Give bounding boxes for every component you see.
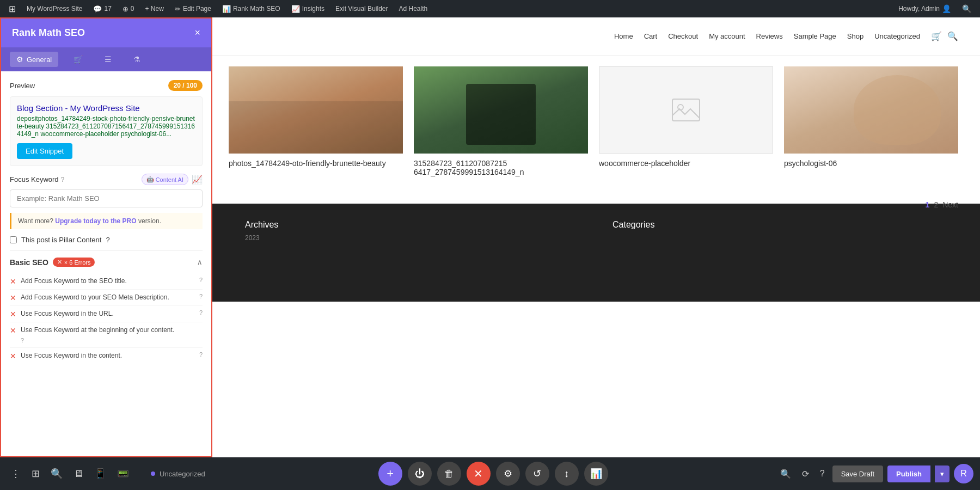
howdy-admin[interactable]: Howdy, Admin 👤: [894, 4, 955, 13]
page-next[interactable]: Next: [942, 200, 958, 209]
content-ai-button[interactable]: 🤖 Content AI: [142, 174, 188, 185]
error-icon: ✕: [10, 293, 16, 302]
tab-schema[interactable]: ☰: [98, 52, 118, 67]
edit-page[interactable]: ✏ Edit Page: [170, 0, 216, 17]
toolbar-menu-button[interactable]: ⋮: [7, 463, 25, 484]
check-item: ✕ Use Focus Keyword at the beginning of …: [10, 322, 203, 348]
pillar-help-icon[interactable]: ?: [106, 236, 109, 244]
social-icon: 🛒: [74, 55, 83, 64]
fab-trash-button[interactable]: 🗑: [437, 462, 461, 486]
nav-uncategorized[interactable]: Uncategorized: [874, 32, 920, 40]
error-icon: ✕: [10, 352, 16, 360]
rank-math-fab-button[interactable]: R: [954, 464, 973, 483]
search-nav-icon[interactable]: 🔍: [947, 31, 958, 41]
nav-shop[interactable]: Shop: [847, 32, 863, 40]
edit-snippet-button[interactable]: Edit Snippet: [17, 143, 72, 159]
cart-icon[interactable]: 🛒: [931, 31, 942, 41]
fab-settings-button[interactable]: ⚙: [496, 462, 520, 486]
nav-checkout[interactable]: Checkout: [668, 32, 698, 40]
blog-card-title: 315284723_611207087215 6417_278745999151…: [414, 154, 588, 179]
toolbar-right: 🔍 ⟳ ? Save Draft Publish ▾ R: [770, 464, 980, 483]
check-help-icon[interactable]: ?: [199, 293, 203, 299]
upgrade-notice: Want more? Upgrade today to the PRO vers…: [10, 213, 203, 229]
nav-sample-page[interactable]: Sample Page: [794, 32, 836, 40]
publish-button[interactable]: Publish: [887, 465, 930, 482]
blog-card: woocommerce-placeholder: [599, 66, 773, 179]
search-admin[interactable]: 🔍: [958, 4, 976, 13]
rank-math-tabs: ⚙ General 🛒 ☰ ⚗: [1, 47, 211, 71]
fab-chart-button[interactable]: 📊: [584, 462, 608, 486]
nav-reviews[interactable]: Reviews: [756, 32, 783, 40]
focus-keyword-input[interactable]: [10, 189, 203, 207]
focus-keyword-help-icon[interactable]: ?: [61, 176, 65, 183]
rank-math-body: Preview 20 / 100 Blog Section - My WordP…: [1, 71, 211, 456]
check-item: ✕ Add Focus Keyword to your SEO Meta Des…: [10, 290, 203, 306]
check-help-icon[interactable]: ?: [199, 277, 203, 283]
toolbar-search-button[interactable]: 🔍: [46, 463, 67, 484]
check-text: Use Focus Keyword at the beginning of yo…: [21, 326, 203, 335]
nav-cart[interactable]: Cart: [644, 32, 658, 40]
check-item: ✕ Add Focus Keyword to the SEO title. ?: [10, 273, 203, 290]
preview-label: Preview: [10, 82, 35, 90]
rank-math-panel: Rank Math SEO × ⚙ General 🛒 ☰ ⚗ Preview …: [0, 17, 212, 457]
comments-count[interactable]: 💬 17: [89, 0, 115, 17]
insights[interactable]: 📈 Insights: [287, 0, 329, 17]
uncategorized-section: Uncategorized: [140, 470, 216, 478]
nav-icons: 🛒 🔍: [931, 31, 958, 41]
toolbar-grid-button[interactable]: ⊞: [27, 463, 44, 484]
tab-social[interactable]: 🛒: [67, 52, 89, 67]
publish-dropdown-button[interactable]: ▾: [935, 465, 950, 482]
error-icon: ✕: [10, 326, 16, 335]
fab-close-button[interactable]: ✕: [467, 462, 491, 486]
fab-add-button[interactable]: +: [378, 462, 402, 486]
toolbar-zoom-button[interactable]: 🔍: [777, 465, 794, 482]
toolbar-center: + ⏻ 🗑 ✕ ⚙ ↺ ↕ 📊: [216, 462, 770, 486]
check-help-icon[interactable]: ?: [199, 351, 203, 358]
nav-my-account[interactable]: My account: [709, 32, 745, 40]
fab-power-button[interactable]: ⏻: [408, 462, 432, 486]
site-name[interactable]: My WordPress Site: [22, 0, 87, 17]
rank-math-close-button[interactable]: ×: [194, 27, 200, 39]
rank-math-header: Rank Math SEO ×: [1, 19, 211, 47]
new-content[interactable]: + New: [141, 0, 168, 17]
updates-count[interactable]: ⊕ 0: [118, 0, 139, 17]
page-1[interactable]: 1: [926, 200, 930, 209]
seo-score-badge: 20 / 100: [168, 80, 203, 91]
blog-card: psychologist-06: [784, 66, 958, 179]
collapse-icon[interactable]: ∧: [197, 258, 203, 266]
rank-math-admin[interactable]: 📊 Rank Math SEO: [218, 0, 285, 17]
footer-archives-date: 2023: [245, 234, 591, 242]
footer-archives-title: Archives: [245, 220, 591, 230]
exit-visual-builder[interactable]: Exit Visual Builder: [331, 0, 393, 17]
fab-history-button[interactable]: ↺: [525, 462, 549, 486]
site-nav: Home Cart Checkout My account Reviews Sa…: [614, 31, 958, 41]
tab-general[interactable]: ⚙ General: [10, 52, 58, 67]
section-divider: [10, 250, 203, 251]
content-ai-icon: 🤖: [146, 176, 154, 183]
advanced-icon: ⚗: [133, 55, 140, 64]
error-badge: ✕ × 6 Errors: [53, 258, 95, 267]
basic-seo-header[interactable]: Basic SEO ✕ × 6 Errors ∧: [10, 258, 203, 267]
fab-sort-button[interactable]: ↕: [555, 462, 579, 486]
toolbar-mobile-button[interactable]: 📟: [113, 463, 133, 484]
wordpress-logo[interactable]: ⊞: [4, 0, 20, 17]
blog-card-title: psychologist-06: [784, 154, 958, 170]
preview-url: depositphotos_14784249-stock-photo-frien…: [17, 115, 195, 138]
tab-advanced[interactable]: ⚗: [127, 52, 147, 67]
toolbar-tablet-button[interactable]: 📱: [90, 463, 111, 484]
basic-seo-left: Basic SEO ✕ × 6 Errors: [10, 258, 95, 267]
basic-seo-title: Basic SEO: [10, 258, 48, 267]
toolbar-refresh-button[interactable]: ⟳: [799, 465, 812, 482]
nav-home[interactable]: Home: [614, 32, 633, 40]
check-help-icon[interactable]: ?: [199, 309, 203, 316]
schema-icon: ☰: [105, 55, 112, 64]
toolbar-desktop-button[interactable]: 🖥: [69, 464, 88, 484]
trend-button[interactable]: 📈: [192, 174, 203, 185]
page-2[interactable]: 2: [934, 200, 938, 209]
save-draft-button[interactable]: Save Draft: [832, 465, 883, 482]
pillar-content-checkbox[interactable]: [10, 236, 17, 243]
ad-health[interactable]: Ad Health: [394, 0, 432, 17]
upgrade-link[interactable]: Upgrade today to the PRO: [55, 217, 136, 225]
toolbar-help-button[interactable]: ?: [817, 465, 828, 482]
check-help-icon[interactable]: ?: [21, 337, 24, 344]
